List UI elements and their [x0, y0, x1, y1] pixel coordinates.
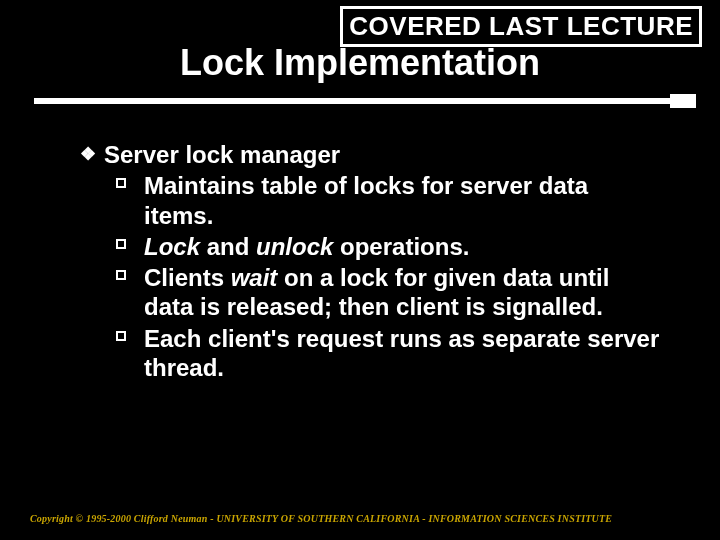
heading-item: ❖ Server lock manager	[80, 140, 660, 169]
title-rule	[34, 98, 696, 112]
slide-title: Lock Implementation	[0, 42, 720, 84]
square-bullet-icon	[116, 331, 126, 341]
list-item: Clients wait on a lock for given data un…	[80, 263, 660, 322]
list-item: Lock and unlock operations.	[80, 232, 660, 261]
square-bullet-icon	[116, 239, 126, 249]
bullet-text: Maintains table of locks for server data…	[144, 172, 588, 228]
diamond-bullet-icon: ❖	[80, 144, 96, 166]
bullet-text: Lock and unlock operations.	[144, 233, 469, 260]
slide-content: ❖ Server lock manager Maintains table of…	[80, 140, 660, 384]
bullet-text: Each client's request runs as separate s…	[144, 325, 659, 381]
bullet-text: Clients wait on a lock for given data un…	[144, 264, 609, 320]
square-bullet-icon	[116, 178, 126, 188]
list-item: Each client's request runs as separate s…	[80, 324, 660, 383]
list-item: Maintains table of locks for server data…	[80, 171, 660, 230]
heading-text: Server lock manager	[104, 141, 340, 168]
square-bullet-icon	[116, 270, 126, 280]
copyright-footer: Copyright © 1995-2000 Clifford Neuman - …	[30, 513, 612, 524]
covered-banner: COVERED LAST LECTURE	[340, 6, 702, 47]
